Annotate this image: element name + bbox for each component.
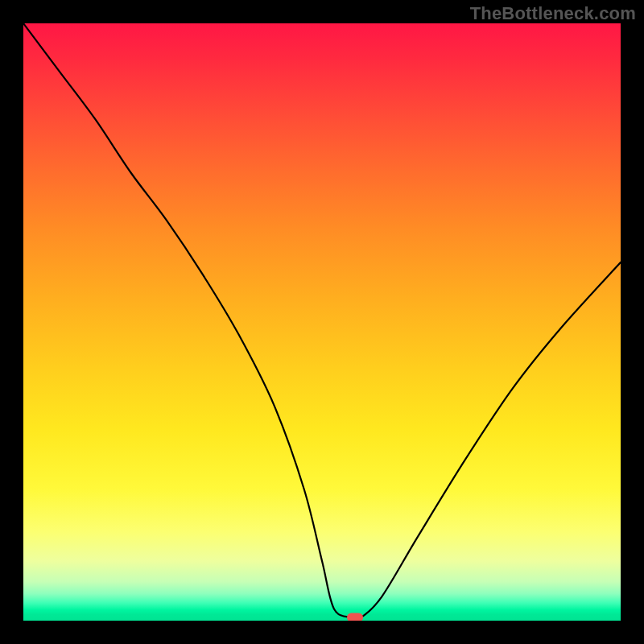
chart-frame: TheBottleneck.com xyxy=(0,0,644,644)
optimal-point-marker xyxy=(347,613,363,621)
plot-area xyxy=(23,23,621,621)
bottleneck-curve xyxy=(23,23,621,621)
attribution-label: TheBottleneck.com xyxy=(470,3,636,24)
